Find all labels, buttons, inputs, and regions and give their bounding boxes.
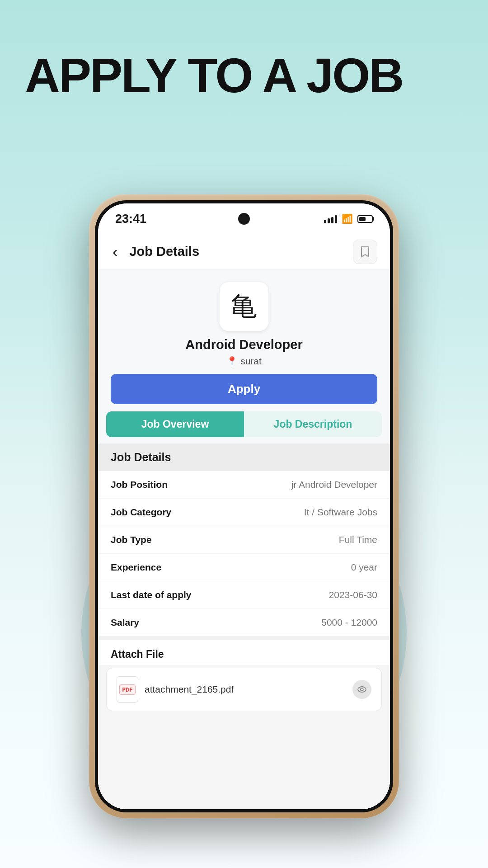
eye-icon [357,686,366,693]
table-row: Last date of apply 2023-06-30 [98,581,390,609]
job-details-scroll[interactable]: Job Details Job Position jr Android Deve… [98,443,390,809]
detail-label: Job Category [111,507,197,518]
tab-job-overview[interactable]: Job Overview [106,411,244,437]
company-logo: 亀 [220,282,268,331]
battery-icon [357,215,373,223]
detail-value: 2023-06-30 [329,590,377,600]
job-details-section-header: Job Details [98,443,390,471]
detail-label: Job Position [111,479,197,490]
company-section: 亀 Android Developer 📍 surat [98,269,390,374]
app-header: ‹ Job Details [98,234,390,269]
page-title: APPLY TO A JOB [25,50,403,101]
table-row: Experience 0 year [98,554,390,581]
location-pin-icon: 📍 [226,356,238,367]
bookmark-button[interactable] [353,240,377,264]
location-row: 📍 surat [226,356,262,367]
detail-label: Salary [111,617,197,628]
location-text: surat [240,356,262,367]
header-title: Job Details [129,244,346,259]
camera-notch [238,213,250,225]
table-row: Job Type Full Time [98,526,390,554]
attach-file-header: Attach File [98,637,390,665]
table-row: Job Position jr Android Developer [98,471,390,499]
phone-mockup: 23:41 📶 [89,194,399,818]
company-logo-char: 亀 [231,289,257,324]
table-row: Job Category It / Software Jobs [98,499,390,526]
detail-value: It / Software Jobs [304,507,377,518]
table-row: Salary 5000 - 12000 [98,609,390,637]
detail-value: Full Time [339,534,377,545]
detail-label: Experience [111,562,197,573]
status-icons: 📶 [324,213,373,224]
status-bar: 23:41 📶 [98,203,390,234]
detail-value: 0 year [351,562,377,573]
phone-screen: 23:41 📶 [98,203,390,809]
file-name: attachment_2165.pdf [145,684,346,695]
app-content: ‹ Job Details 亀 Android Devel [98,234,390,809]
tab-job-description[interactable]: Job Description [244,411,382,437]
detail-value: 5000 - 12000 [321,617,377,628]
job-details-card: Job Position jr Android Developer Job Ca… [98,471,390,637]
file-view-button[interactable] [352,680,371,699]
detail-value: jr Android Developer [291,479,377,490]
bookmark-icon [360,245,370,258]
tab-bar: Job Overview Job Description [98,411,390,443]
svg-point-1 [361,688,363,691]
detail-label: Last date of apply [111,590,197,600]
wifi-icon: 📶 [342,213,353,224]
job-title: Android Developer [185,337,302,352]
detail-label: Job Type [111,534,197,545]
status-time: 23:41 [115,212,146,226]
pdf-icon: PDF [117,676,138,703]
file-card[interactable]: PDF attachment_2165.pdf [106,668,382,711]
svg-point-0 [358,687,366,692]
signal-bars-icon [324,214,337,223]
back-button[interactable]: ‹ [111,241,122,262]
apply-button[interactable]: Apply [111,374,377,404]
